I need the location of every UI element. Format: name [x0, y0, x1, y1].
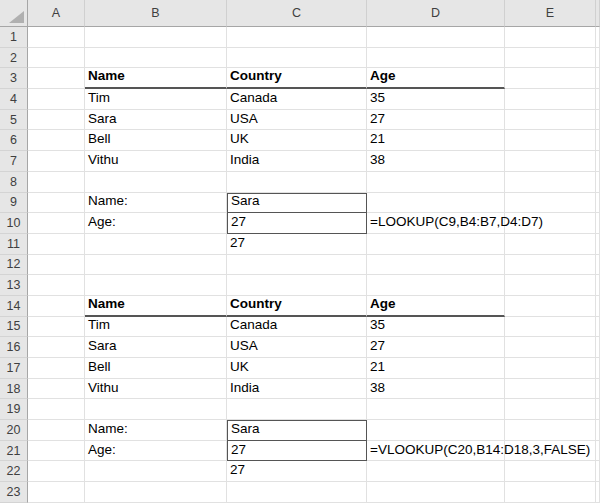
cell-A8[interactable]	[28, 172, 85, 193]
cell-A16[interactable]	[28, 337, 85, 358]
cell-C16[interactable]: USA	[227, 337, 367, 358]
cell-E7[interactable]	[505, 151, 596, 172]
cell-A19[interactable]	[28, 399, 85, 420]
cell-C21[interactable]: 27	[227, 441, 367, 462]
cell-B2[interactable]	[85, 48, 227, 69]
row-header-21[interactable]: 21	[0, 441, 28, 462]
cell-A6[interactable]	[28, 130, 85, 151]
cell-B12[interactable]	[85, 255, 227, 276]
row-header-22[interactable]: 22	[0, 461, 28, 482]
cell-C3[interactable]: Country	[227, 68, 367, 89]
row-header-19[interactable]: 19	[0, 399, 28, 420]
cell-B14[interactable]: Name	[85, 296, 227, 317]
cell-B18[interactable]: Vithu	[85, 379, 227, 400]
column-header-B[interactable]: B	[85, 0, 227, 27]
cell-C1[interactable]	[227, 27, 367, 48]
cell-E12[interactable]	[505, 255, 596, 276]
cell-D14[interactable]: Age	[367, 296, 505, 317]
column-header-D[interactable]: D	[367, 0, 505, 27]
cell-A1[interactable]	[28, 27, 85, 48]
cell-E21[interactable]	[505, 441, 596, 462]
cell-E2[interactable]	[505, 48, 596, 69]
cell-E20[interactable]	[505, 420, 596, 441]
row-header-8[interactable]: 8	[0, 172, 28, 193]
cell-E10[interactable]	[505, 213, 596, 234]
cell-D3[interactable]: Age	[367, 68, 505, 89]
cell-C10[interactable]: 27	[227, 213, 367, 234]
cell-D9[interactable]	[367, 193, 505, 214]
cell-A15[interactable]	[28, 317, 85, 338]
cell-B9[interactable]: Name:	[85, 193, 227, 214]
cell-D5[interactable]: 27	[367, 110, 505, 131]
row-header-17[interactable]: 17	[0, 358, 28, 379]
cell-D13[interactable]	[367, 275, 505, 296]
cell-A21[interactable]	[28, 441, 85, 462]
row-header-3[interactable]: 3	[0, 68, 28, 89]
cell-A9[interactable]	[28, 193, 85, 214]
cell-E4[interactable]	[505, 89, 596, 110]
cell-B10[interactable]: Age:	[85, 213, 227, 234]
cell-D22[interactable]	[367, 461, 505, 482]
cell-D4[interactable]: 35	[367, 89, 505, 110]
cell-D16[interactable]: 27	[367, 337, 505, 358]
cell-C9[interactable]: Sara	[227, 193, 367, 214]
cell-C18[interactable]: India	[227, 379, 367, 400]
cell-A22[interactable]	[28, 461, 85, 482]
cell-A23[interactable]	[28, 482, 85, 503]
row-header-12[interactable]: 12	[0, 255, 28, 276]
row-header-16[interactable]: 16	[0, 337, 28, 358]
row-header-5[interactable]: 5	[0, 110, 28, 131]
cell-E18[interactable]	[505, 379, 596, 400]
row-header-11[interactable]: 11	[0, 234, 28, 255]
cell-A18[interactable]	[28, 379, 85, 400]
cell-A11[interactable]	[28, 234, 85, 255]
cell-C20[interactable]: Sara	[227, 420, 367, 441]
cell-A13[interactable]	[28, 275, 85, 296]
cell-D21[interactable]: =VLOOKUP(C20,B14:D18,3,FALSE)	[367, 441, 505, 462]
cell-C12[interactable]	[227, 255, 367, 276]
cell-E17[interactable]	[505, 358, 596, 379]
select-all-button[interactable]	[0, 0, 28, 27]
cell-A2[interactable]	[28, 48, 85, 69]
cell-B8[interactable]	[85, 172, 227, 193]
cell-D8[interactable]	[367, 172, 505, 193]
cell-B4[interactable]: Tim	[85, 89, 227, 110]
cell-D17[interactable]: 21	[367, 358, 505, 379]
cell-E3[interactable]	[505, 68, 596, 89]
cell-B5[interactable]: Sara	[85, 110, 227, 131]
column-header-C[interactable]: C	[227, 0, 367, 27]
cell-E5[interactable]	[505, 110, 596, 131]
cell-C8[interactable]	[227, 172, 367, 193]
cell-D6[interactable]: 21	[367, 130, 505, 151]
row-header-18[interactable]: 18	[0, 379, 28, 400]
row-header-23[interactable]: 23	[0, 482, 28, 503]
cell-E16[interactable]	[505, 337, 596, 358]
cell-C6[interactable]: UK	[227, 130, 367, 151]
row-header-7[interactable]: 7	[0, 151, 28, 172]
cell-B17[interactable]: Bell	[85, 358, 227, 379]
cell-E15[interactable]	[505, 317, 596, 338]
cell-C17[interactable]: UK	[227, 358, 367, 379]
cell-B7[interactable]: Vithu	[85, 151, 227, 172]
row-header-2[interactable]: 2	[0, 48, 28, 69]
column-header-E[interactable]: E	[505, 0, 596, 27]
cell-C15[interactable]: Canada	[227, 317, 367, 338]
cell-E19[interactable]	[505, 399, 596, 420]
cell-D12[interactable]	[367, 255, 505, 276]
cell-C2[interactable]	[227, 48, 367, 69]
row-header-14[interactable]: 14	[0, 296, 28, 317]
cell-C5[interactable]: USA	[227, 110, 367, 131]
cell-C4[interactable]: Canada	[227, 89, 367, 110]
cell-B22[interactable]	[85, 461, 227, 482]
cell-E13[interactable]	[505, 275, 596, 296]
cell-A7[interactable]	[28, 151, 85, 172]
row-header-6[interactable]: 6	[0, 130, 28, 151]
cell-B11[interactable]	[85, 234, 227, 255]
cell-B21[interactable]: Age:	[85, 441, 227, 462]
cell-D7[interactable]: 38	[367, 151, 505, 172]
row-header-4[interactable]: 4	[0, 89, 28, 110]
cell-B6[interactable]: Bell	[85, 130, 227, 151]
cell-D11[interactable]	[367, 234, 505, 255]
cell-E23[interactable]	[505, 482, 596, 503]
cell-B15[interactable]: Tim	[85, 317, 227, 338]
